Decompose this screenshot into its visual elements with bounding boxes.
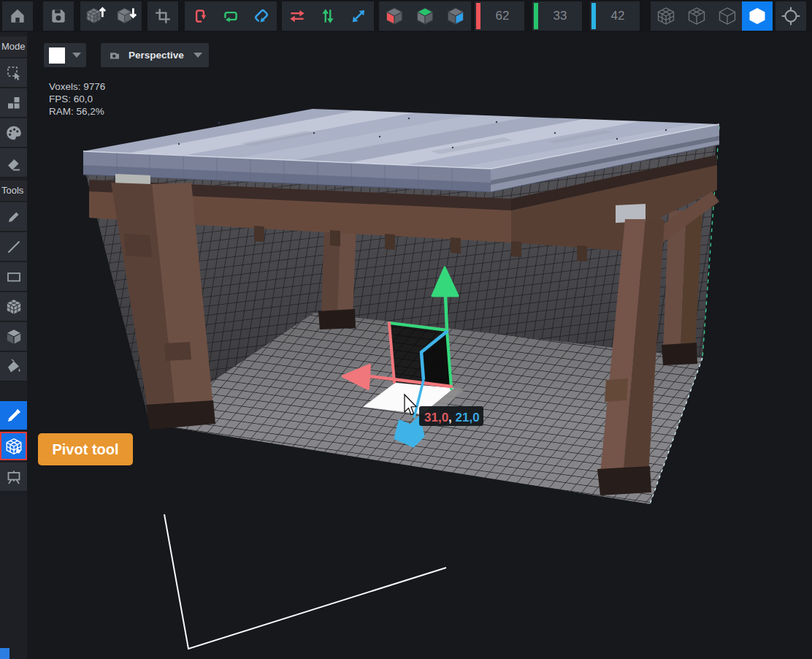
coordinate-label: 31,0, 21,0 [419, 406, 483, 426]
rotate-x-button[interactable] [185, 1, 215, 31]
cube-x-face-button[interactable] [379, 1, 410, 31]
camera-icon [108, 49, 121, 62]
lod-cube-medium-icon [686, 6, 707, 26]
crosshair-icon [781, 6, 801, 26]
color-picker-tool-button[interactable] [0, 401, 27, 430]
x-size-field[interactable]: 62 [475, 1, 524, 31]
rectangle-tool-button[interactable] [0, 262, 27, 292]
lod-cube-simple-icon [717, 6, 738, 26]
cube-x-face-icon [384, 6, 405, 26]
cube-split-icon [4, 327, 23, 346]
rotate-z-button[interactable] [246, 1, 277, 31]
mode-section-label: Mode [0, 37, 27, 57]
viewport-stats: Voxels: 9776 FPS: 60,0 RAM: 56,2% [49, 80, 105, 118]
paint-bucket-tool-button[interactable] [0, 352, 27, 381]
save-button[interactable] [43, 1, 74, 31]
z-size-value: 42 [596, 9, 640, 23]
export-up-icon [85, 5, 107, 27]
select-icon [5, 64, 23, 82]
palette-mode-button[interactable] [0, 118, 27, 148]
mirror-z-button[interactable] [343, 1, 374, 31]
easel-tool-button[interactable] [0, 462, 27, 492]
rotate-z-icon [252, 7, 271, 26]
lod-medium-button[interactable] [681, 1, 712, 31]
cube-fill-tool-button[interactable] [0, 292, 27, 321]
svg-text:31,0, 21,0: 31,0, 21,0 [424, 411, 480, 424]
coord-y-value: 21,0 [456, 411, 480, 424]
z-size-field[interactable]: 42 [590, 1, 640, 31]
save-icon [49, 7, 68, 26]
blocks-mode-button[interactable] [0, 88, 27, 118]
current-color-swatch [49, 47, 65, 64]
cube-z-face-icon [445, 6, 466, 26]
voxel-editor-app: { "toolbar": { "icons": ["home-icon","sa… [0, 0, 812, 659]
top-toolbar: 62 33 42 [0, 0, 812, 32]
cube-y-face-icon [415, 6, 435, 26]
eraser-icon [5, 154, 23, 172]
scene-3d-viewport[interactable]: 31,0, 21,0 [27, 32, 812, 659]
import-down-icon [115, 5, 137, 27]
tools-section-label: Tools [0, 180, 27, 201]
easel-icon [5, 468, 23, 486]
lod-cube-dense-icon [656, 6, 676, 26]
rectangle-icon [5, 268, 23, 286]
mirror-x-icon [288, 7, 307, 26]
ram-value: RAM: 56,2% [49, 105, 105, 118]
lod-dense-button[interactable] [651, 1, 681, 31]
cube-split-tool-button[interactable] [0, 322, 27, 351]
y-size-field[interactable]: 33 [532, 1, 582, 31]
mirror-y-icon [318, 7, 337, 26]
crop-button[interactable] [148, 1, 178, 31]
rotate-y-button[interactable] [215, 1, 246, 31]
cube-y-face-button[interactable] [410, 1, 440, 31]
crop-icon [153, 7, 172, 26]
line-tool-button[interactable] [0, 232, 27, 262]
color-swatch-dropdown[interactable] [44, 43, 86, 67]
rotate-y-icon [221, 7, 240, 26]
pencil-icon [5, 208, 23, 226]
camera-mode-label: Perspective [129, 50, 184, 61]
line-icon [5, 238, 23, 256]
select-mode-button[interactable] [0, 58, 27, 88]
color-picker-icon [5, 407, 23, 424]
mirror-y-button[interactable] [313, 1, 343, 31]
model-export-button[interactable] [80, 1, 111, 31]
cube-fill-icon [4, 297, 23, 316]
left-sidebar: Mode Tools [0, 32, 27, 659]
chevron-down-icon [72, 53, 81, 58]
pencil-tool-button[interactable] [0, 202, 27, 232]
lod-simple-button[interactable] [712, 1, 743, 31]
axis-guide-lines [164, 514, 446, 649]
solid-view-button[interactable] [742, 1, 773, 31]
bottom-left-chip[interactable] [0, 648, 9, 659]
y-size-value: 33 [538, 9, 582, 23]
paint-bucket-icon [5, 358, 23, 376]
solid-cube-icon [747, 6, 767, 26]
cube-z-face-button[interactable] [440, 1, 471, 31]
camera-mode-dropdown[interactable]: Perspective [101, 43, 209, 67]
eraser-mode-button[interactable] [0, 148, 27, 178]
rotate-x-icon [191, 7, 210, 26]
pivot-tool-button[interactable] [0, 432, 27, 461]
pivot-tool-tooltip: Pivot tool [38, 433, 133, 465]
mirror-x-button[interactable] [282, 1, 313, 31]
mirror-z-icon [349, 7, 368, 26]
center-view-button[interactable] [775, 1, 806, 31]
chevron-down-icon [194, 53, 202, 58]
pivot-cube-icon [4, 437, 23, 456]
gizmo-y-axis[interactable] [445, 295, 447, 330]
home-button[interactable] [2, 1, 33, 31]
coord-x-value: 31,0 [424, 411, 448, 424]
fps-value: FPS: 60,0 [49, 93, 105, 105]
blocks-icon [5, 94, 23, 112]
palette-icon [4, 123, 23, 142]
x-size-value: 62 [480, 9, 524, 23]
voxel-count: Voxels: 9776 [49, 80, 105, 93]
model-import-button[interactable] [111, 1, 142, 31]
